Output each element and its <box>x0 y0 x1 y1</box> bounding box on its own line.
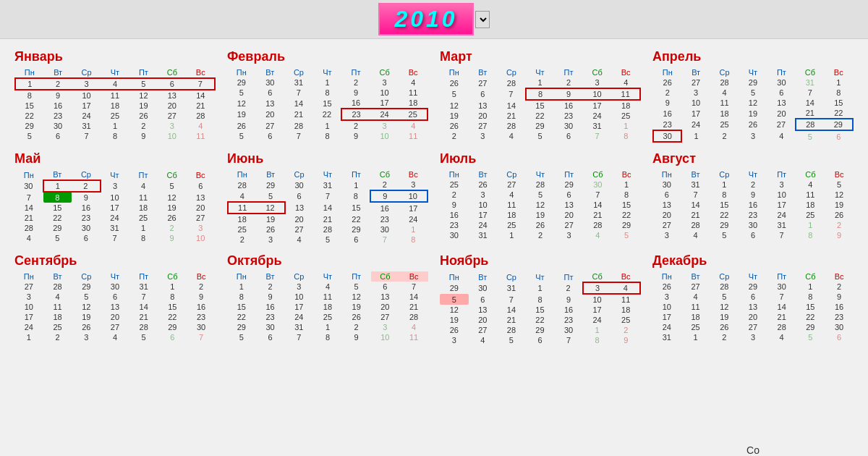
calendar-day[interactable]: 1 <box>681 130 710 142</box>
calendar-day[interactable]: 12 <box>710 302 739 312</box>
calendar-day[interactable]: 30 <box>469 282 498 294</box>
calendar-day[interactable]: 2 <box>440 190 469 200</box>
calendar-day[interactable]: 15 <box>15 101 43 111</box>
calendar-day[interactable]: 13 <box>469 100 498 111</box>
calendar-day[interactable]: 17 <box>652 312 681 322</box>
calendar-day[interactable]: 6 <box>739 292 767 302</box>
calendar-day[interactable]: 29 <box>227 322 256 332</box>
calendar-day[interactable]: 2 <box>341 77 370 88</box>
calendar-day[interactable]: 4 <box>101 332 129 342</box>
calendar-day[interactable]: 4 <box>399 322 428 332</box>
calendar-day[interactable]: 29 <box>15 121 43 131</box>
calendar-day[interactable]: 30 <box>187 322 216 332</box>
calendar-day[interactable]: 19 <box>825 200 854 210</box>
calendar-day[interactable]: 7 <box>313 190 341 202</box>
calendar-day[interactable]: 30 <box>370 224 399 235</box>
calendar-day[interactable]: 31 <box>284 77 313 88</box>
calendar-day[interactable]: 24 <box>583 315 612 325</box>
calendar-day[interactable]: 28 <box>497 77 526 88</box>
calendar-day[interactable]: 23 <box>187 312 216 322</box>
calendar-day[interactable]: 17 <box>284 302 313 312</box>
calendar-day[interactable]: 6 <box>256 332 285 342</box>
calendar-day[interactable]: 3 <box>186 223 215 233</box>
calendar-day[interactable]: 14 <box>584 200 613 210</box>
calendar-day[interactable]: 14 <box>497 100 526 111</box>
calendar-day[interactable]: 8 <box>399 235 427 245</box>
calendar-day[interactable]: 14 <box>796 98 824 108</box>
calendar-day[interactable]: 7 <box>767 292 796 302</box>
calendar-day[interactable]: 6 <box>825 130 853 142</box>
calendar-day[interactable]: 9 <box>653 98 681 108</box>
calendar-day[interactable]: 2 <box>739 180 767 190</box>
calendar-day[interactable]: 6 <box>72 233 101 243</box>
calendar-day[interactable]: 11 <box>399 131 427 141</box>
calendar-day[interactable]: 24 <box>583 111 612 121</box>
calendar-day[interactable]: 30 <box>256 77 285 88</box>
calendar-day[interactable]: 10 <box>284 292 313 302</box>
calendar-day[interactable]: 23 <box>370 214 399 224</box>
calendar-day[interactable]: 16 <box>554 100 583 111</box>
calendar-day[interactable]: 2 <box>526 230 555 240</box>
calendar-day[interactable]: 4 <box>129 180 158 192</box>
calendar-day[interactable]: 9 <box>739 190 767 200</box>
calendar-day[interactable]: 21 <box>681 210 710 220</box>
calendar-day[interactable]: 6 <box>555 190 584 200</box>
calendar-day[interactable]: 26 <box>440 77 469 88</box>
calendar-day[interactable]: 28 <box>526 180 555 190</box>
calendar-day[interactable]: 1 <box>796 282 825 292</box>
calendar-day[interactable]: 18 <box>681 312 710 322</box>
calendar-day[interactable]: 19 <box>158 203 187 213</box>
calendar-day[interactable]: 22 <box>342 214 370 224</box>
calendar-day[interactable]: 14 <box>497 305 526 315</box>
calendar-day[interactable]: 21 <box>14 213 43 223</box>
calendar-day[interactable]: 12 <box>342 292 371 302</box>
calendar-day[interactable]: 5 <box>796 332 825 342</box>
calendar-day[interactable]: 19 <box>342 302 371 312</box>
calendar-day[interactable]: 5 <box>72 292 101 302</box>
calendar-day[interactable]: 1 <box>313 322 342 332</box>
calendar-day[interactable]: 31 <box>583 121 612 131</box>
calendar-day[interactable]: 16 <box>187 302 216 312</box>
calendar-day[interactable]: 25 <box>440 180 469 190</box>
calendar-day[interactable]: 6 <box>825 332 854 342</box>
calendar-day[interactable]: 8 <box>129 233 158 243</box>
calendar-day[interactable]: 14 <box>129 302 158 312</box>
calendar-day[interactable]: 9 <box>440 200 469 210</box>
calendar-day[interactable]: 15 <box>526 305 555 315</box>
calendar-day[interactable]: 28 <box>284 120 313 131</box>
calendar-day[interactable]: 24 <box>469 220 498 230</box>
calendar-day[interactable]: 26 <box>440 325 469 335</box>
calendar-day[interactable]: 9 <box>129 131 158 141</box>
calendar-day[interactable]: 21 <box>497 111 526 121</box>
calendar-day[interactable]: 14 <box>313 202 341 214</box>
calendar-day[interactable]: 7 <box>497 88 526 100</box>
calendar-day[interactable]: 11 <box>399 88 427 98</box>
calendar-day[interactable]: 5 <box>256 190 284 202</box>
calendar-day[interactable]: 3 <box>158 121 186 131</box>
calendar-day[interactable]: 19 <box>72 312 101 322</box>
calendar-day[interactable]: 28 <box>187 111 215 121</box>
calendar-day[interactable]: 2 <box>129 121 158 131</box>
calendar-day[interactable]: 17 <box>469 210 498 220</box>
calendar-day[interactable]: 7 <box>14 192 43 203</box>
calendar-day[interactable]: 15 <box>612 200 641 210</box>
calendar-day[interactable]: 8 <box>227 292 256 302</box>
calendar-day[interactable]: 11 <box>611 88 640 100</box>
calendar-day[interactable]: 20 <box>285 214 313 224</box>
calendar-day[interactable]: 19 <box>129 101 158 111</box>
calendar-day[interactable]: 4 <box>611 77 640 88</box>
calendar-day[interactable]: 16 <box>72 203 101 213</box>
calendar-day[interactable]: 22 <box>825 108 853 119</box>
calendar-day[interactable]: 27 <box>652 220 681 230</box>
calendar-day[interactable]: 10 <box>371 332 400 342</box>
calendar-day[interactable]: 30 <box>767 77 796 88</box>
calendar-day[interactable]: 20 <box>101 312 129 322</box>
calendar-day[interactable]: 2 <box>72 180 101 192</box>
calendar-day[interactable]: 26 <box>652 282 681 292</box>
calendar-day[interactable]: 9 <box>43 90 72 101</box>
calendar-day[interactable]: 31 <box>767 220 796 230</box>
calendar-day[interactable]: 11 <box>129 192 158 203</box>
calendar-day[interactable]: 5 <box>227 88 256 98</box>
calendar-day[interactable]: 4 <box>681 230 710 240</box>
calendar-day[interactable]: 9 <box>370 190 399 202</box>
